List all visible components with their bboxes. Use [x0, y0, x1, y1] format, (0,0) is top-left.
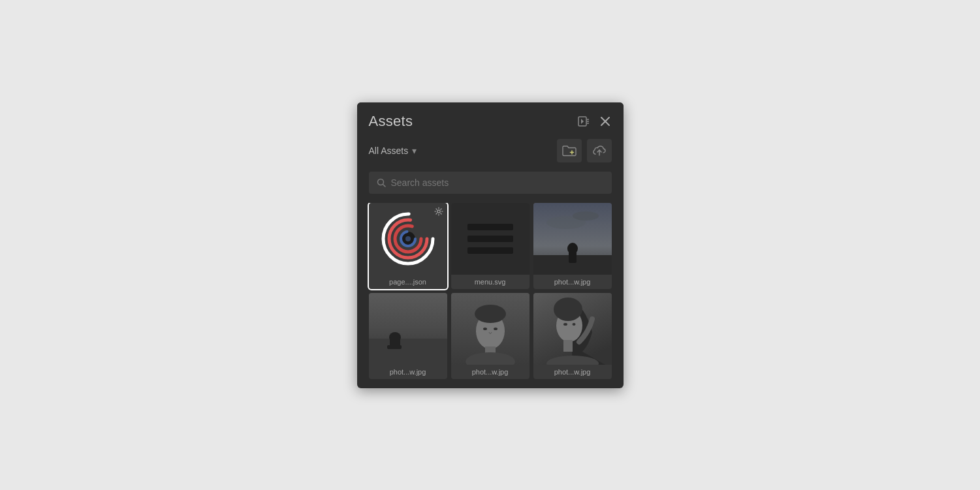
- assets-grid: page....json menu.svg: [369, 203, 612, 379]
- svg-rect-23: [569, 250, 577, 263]
- asset-item[interactable]: phot...w.jpg: [533, 203, 612, 289]
- toolbar: All Assets ▾: [357, 139, 624, 172]
- asset-label: phot...w.jpg: [451, 365, 530, 379]
- menu-line-2: [467, 236, 513, 242]
- photo-graphic-2: [369, 293, 447, 365]
- asset-label: phot...w.jpg: [533, 275, 612, 289]
- search-bar: [369, 172, 612, 194]
- filter-dropdown[interactable]: All Assets ▾: [369, 143, 552, 159]
- add-folder-icon: [562, 145, 577, 157]
- svg-point-20: [573, 211, 599, 221]
- asset-item[interactable]: phot...w.jpg: [369, 293, 447, 379]
- search-icon: [377, 178, 386, 187]
- svg-rect-28: [387, 345, 402, 349]
- asset-label: phot...w.jpg: [369, 365, 447, 379]
- menu-svg-graphic: [451, 203, 530, 275]
- svg-line-11: [383, 184, 385, 187]
- gear-icon: [434, 207, 443, 216]
- photo-graphic-4: [533, 293, 612, 365]
- photo-graphic-3: [451, 293, 530, 365]
- asset-label: menu.svg: [451, 275, 530, 289]
- menu-line-3: [467, 247, 513, 254]
- asset-settings-button[interactable]: [434, 207, 443, 218]
- svg-point-38: [554, 298, 582, 321]
- photo-graphic-1: [533, 203, 612, 275]
- asset-thumbnail: [451, 203, 530, 275]
- svg-marker-4: [581, 119, 584, 124]
- assets-grid-container: page....json menu.svg: [357, 203, 624, 388]
- svg-point-31: [475, 305, 506, 323]
- asset-label: phot...w.jpg: [533, 365, 612, 379]
- svg-rect-39: [563, 340, 573, 352]
- asset-item[interactable]: phot...w.jpg: [533, 293, 612, 379]
- svg-point-17: [405, 236, 411, 241]
- asset-label: page....json: [369, 275, 447, 289]
- panel-title: Assets: [369, 113, 413, 130]
- close-button[interactable]: [599, 115, 612, 128]
- asset-thumbnail: [451, 293, 530, 365]
- asset-thumbnail: [533, 293, 612, 365]
- upload-button[interactable]: [587, 139, 612, 162]
- expand-button[interactable]: [577, 115, 591, 128]
- asset-thumbnail: [369, 203, 447, 275]
- chevron-down-icon: ▾: [412, 145, 417, 156]
- header-actions: [577, 115, 612, 128]
- asset-item[interactable]: page....json: [369, 203, 447, 289]
- asset-thumbnail: [533, 203, 612, 275]
- menu-line-1: [467, 224, 513, 230]
- upload-icon: [593, 145, 606, 157]
- svg-point-34: [483, 328, 487, 330]
- svg-point-42: [572, 323, 575, 326]
- asset-item[interactable]: menu.svg: [451, 203, 530, 289]
- json-icon-graphic: [379, 209, 437, 268]
- close-icon: [600, 116, 610, 127]
- search-input[interactable]: [391, 177, 604, 188]
- svg-rect-25: [369, 339, 447, 365]
- svg-point-41: [563, 323, 567, 326]
- expand-icon: [578, 116, 590, 127]
- assets-panel: Assets All Assets ▾: [357, 102, 624, 388]
- svg-point-35: [494, 328, 498, 330]
- asset-thumbnail: [369, 293, 447, 365]
- asset-item[interactable]: phot...w.jpg: [451, 293, 530, 379]
- filter-label: All Assets: [369, 145, 409, 156]
- svg-point-12: [437, 209, 439, 212]
- add-folder-button[interactable]: [557, 139, 582, 162]
- panel-header: Assets: [357, 102, 624, 139]
